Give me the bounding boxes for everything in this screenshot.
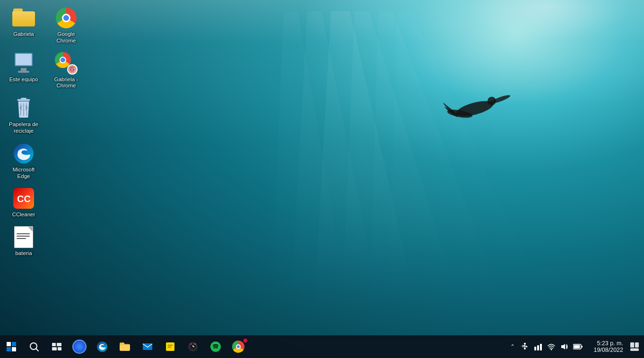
search-icon bbox=[29, 342, 39, 351]
desktop-icon-gabriela-chrome[interactable]: G Gabriela - Chrome bbox=[47, 50, 85, 92]
cortana-circle-icon bbox=[72, 340, 87, 354]
svg-rect-50 bbox=[630, 342, 634, 348]
desktop-icon-gabriela[interactable]: Gabriela bbox=[5, 5, 43, 46]
svg-point-15 bbox=[14, 144, 34, 163]
svg-rect-48 bbox=[574, 345, 580, 349]
ccleaner-label: CCleaner bbox=[12, 212, 35, 218]
svg-marker-5 bbox=[388, 11, 567, 347]
svg-rect-25 bbox=[143, 343, 152, 350]
svg-marker-3 bbox=[270, 11, 355, 347]
este-equipo-label: Este equipo bbox=[9, 77, 38, 83]
svg-point-9 bbox=[447, 108, 473, 119]
ccleaner-icon: CC bbox=[12, 187, 35, 210]
pinned-apps bbox=[91, 335, 250, 358]
clock-date: 19/08/2022 bbox=[593, 347, 623, 353]
chrome-notification-badge bbox=[243, 338, 248, 343]
desktop-icon-bateria[interactable]: bateria bbox=[5, 224, 43, 259]
svg-rect-21 bbox=[57, 343, 61, 346]
icon-row-3: Microsoft Edge bbox=[5, 140, 85, 182]
chrome-taskbar-icon bbox=[232, 341, 244, 353]
svg-point-44 bbox=[551, 349, 552, 350]
svg-line-19 bbox=[36, 349, 38, 351]
spotify-taskbar-icon bbox=[210, 341, 221, 352]
taskbar-app-chrome[interactable] bbox=[227, 335, 250, 358]
svg-marker-1 bbox=[340, 11, 473, 347]
water-highlights bbox=[258, 0, 644, 125]
desktop-icon-google-chrome[interactable]: Google Chrome bbox=[47, 5, 85, 46]
bateria-label: bateria bbox=[15, 250, 32, 257]
textfile-icon bbox=[12, 226, 35, 248]
clock-time: 5:23 p. m. bbox=[597, 340, 623, 347]
search-button[interactable] bbox=[23, 335, 45, 358]
svg-marker-2 bbox=[288, 11, 388, 347]
svg-rect-26 bbox=[166, 342, 174, 351]
water-surface bbox=[0, 0, 644, 143]
light-rays bbox=[0, 0, 644, 358]
taskbar-app-explorer[interactable] bbox=[113, 335, 136, 358]
taskbar-app-sticky[interactable] bbox=[159, 335, 182, 358]
svg-rect-43 bbox=[540, 344, 542, 350]
svg-point-6 bbox=[455, 98, 495, 119]
svg-rect-51 bbox=[635, 342, 639, 348]
gabriela-folder-icon bbox=[12, 7, 35, 29]
cortana-button[interactable] bbox=[68, 335, 91, 358]
svg-line-14 bbox=[26, 103, 27, 116]
clock-area[interactable]: 5:23 p. m. 19/08/2022 bbox=[584, 335, 627, 358]
gabriela-chrome-label: Gabriela - Chrome bbox=[49, 77, 83, 90]
task-view-button[interactable] bbox=[45, 335, 68, 358]
icon-row-1: Este equipo G Gab bbox=[5, 50, 85, 92]
mail-taskbar-icon bbox=[142, 341, 153, 352]
taskbar-app-spotify[interactable] bbox=[204, 335, 227, 358]
icon-row-2: Papelera de reciclaje bbox=[5, 95, 85, 136]
svg-rect-23 bbox=[58, 347, 61, 350]
svg-marker-45 bbox=[561, 344, 565, 349]
svg-rect-49 bbox=[630, 349, 639, 351]
svg-rect-22 bbox=[52, 347, 57, 350]
taskbar-app-edge[interactable] bbox=[91, 335, 113, 358]
gabriela-label: Gabriela bbox=[13, 31, 34, 38]
explorer-taskbar-icon bbox=[119, 341, 131, 353]
computer-icon bbox=[12, 52, 35, 75]
icon-row-5: bateria bbox=[5, 224, 85, 259]
desktop: Gabriela Google Chrome bbox=[0, 0, 644, 358]
show-hidden-icons-button[interactable]: ⌃ bbox=[507, 335, 518, 358]
desktop-icon-este-equipo[interactable]: Este equipo bbox=[5, 50, 43, 92]
svg-line-12 bbox=[20, 103, 21, 116]
swimmer-silhouette bbox=[441, 80, 526, 137]
task-view-icon bbox=[52, 343, 61, 350]
klokki-taskbar-icon bbox=[187, 341, 199, 352]
desktop-icon-ccleaner[interactable]: CC CCleaner bbox=[5, 185, 43, 220]
taskbar-app-mail[interactable] bbox=[136, 335, 159, 358]
notification-icon bbox=[630, 342, 639, 351]
network-icon[interactable] bbox=[531, 335, 545, 358]
wifi-icon[interactable] bbox=[545, 335, 558, 358]
edge-taskbar-icon bbox=[96, 341, 108, 352]
system-tray bbox=[518, 335, 584, 358]
svg-text:CC: CC bbox=[17, 194, 31, 204]
taskbar: ⌃ bbox=[0, 335, 644, 358]
papelera-label: Papelera de reciclaje bbox=[7, 121, 41, 135]
recycle-bin-icon bbox=[12, 97, 35, 119]
taskbar-right: ⌃ bbox=[507, 335, 644, 358]
gabriela-chrome-icon: G bbox=[55, 52, 78, 75]
desktop-icon-microsoft-edge[interactable]: Microsoft Edge bbox=[5, 140, 43, 182]
svg-rect-41 bbox=[534, 347, 536, 350]
chrome-icon bbox=[55, 7, 78, 29]
battery-icon[interactable] bbox=[571, 335, 584, 358]
svg-point-33 bbox=[210, 341, 221, 352]
icon-row-4: CC CCleaner bbox=[5, 185, 85, 220]
svg-point-40 bbox=[524, 348, 526, 349]
volume-icon[interactable] bbox=[558, 335, 571, 358]
sticky-taskbar-icon bbox=[165, 341, 176, 352]
svg-marker-4 bbox=[369, 11, 520, 347]
usb-icon[interactable] bbox=[518, 335, 531, 358]
google-chrome-label: Google Chrome bbox=[49, 31, 83, 44]
taskbar-app-klokki[interactable] bbox=[182, 335, 204, 358]
notification-center-button[interactable] bbox=[627, 335, 642, 358]
svg-rect-34 bbox=[524, 343, 526, 344]
desktop-icon-papelera[interactable]: Papelera de reciclaje bbox=[5, 95, 43, 136]
svg-marker-0 bbox=[312, 11, 426, 347]
svg-point-7 bbox=[487, 97, 496, 105]
start-button[interactable] bbox=[0, 335, 23, 358]
svg-rect-42 bbox=[537, 345, 539, 350]
